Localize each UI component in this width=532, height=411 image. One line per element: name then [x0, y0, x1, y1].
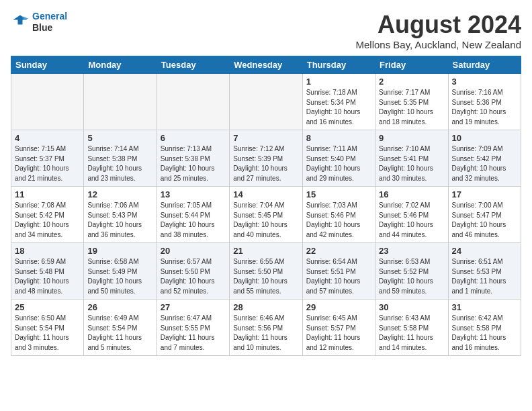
calendar-week-row: 4Sunrise: 7:15 AMSunset: 5:37 PMDaylight…: [11, 130, 521, 187]
calendar-day-cell: 14Sunrise: 7:04 AMSunset: 5:45 PMDayligh…: [230, 187, 302, 243]
day-number: 4: [15, 133, 80, 143]
day-info: Sunrise: 7:12 AMSunset: 5:39 PMDaylight:…: [233, 144, 298, 183]
logo-text: General Blue: [32, 11, 67, 34]
logo: General Blue: [11, 11, 67, 34]
calendar-week-row: 18Sunrise: 6:59 AMSunset: 5:48 PMDayligh…: [11, 243, 521, 300]
day-info: Sunrise: 7:18 AMSunset: 5:34 PMDaylight:…: [306, 88, 371, 127]
day-info: Sunrise: 6:57 AMSunset: 5:50 PMDaylight:…: [161, 257, 226, 296]
calendar-day-cell: 3Sunrise: 7:16 AMSunset: 5:36 PMDaylight…: [448, 74, 521, 130]
calendar-day-cell: 21Sunrise: 6:55 AMSunset: 5:50 PMDayligh…: [230, 243, 302, 300]
calendar-week-row: 1Sunrise: 7:18 AMSunset: 5:34 PMDaylight…: [11, 74, 521, 130]
day-number: 1: [306, 77, 371, 87]
day-number: 28: [233, 302, 298, 312]
weekday-header: Saturday: [448, 56, 521, 74]
day-info: Sunrise: 6:47 AMSunset: 5:55 PMDaylight:…: [161, 314, 226, 353]
location: Mellons Bay, Auckland, New Zealand: [355, 39, 521, 50]
day-info: Sunrise: 7:13 AMSunset: 5:38 PMDaylight:…: [161, 144, 226, 183]
weekday-header: Tuesday: [157, 56, 229, 74]
calendar-day-cell: 5Sunrise: 7:14 AMSunset: 5:38 PMDaylight…: [84, 130, 157, 187]
logo-icon: [11, 13, 30, 32]
calendar-day-cell: 13Sunrise: 7:05 AMSunset: 5:44 PMDayligh…: [157, 187, 229, 243]
weekday-header: Monday: [84, 56, 157, 74]
day-number: 20: [161, 246, 226, 256]
day-info: Sunrise: 6:49 AMSunset: 5:54 PMDaylight:…: [87, 314, 152, 353]
calendar-day-cell: 17Sunrise: 7:00 AMSunset: 5:47 PMDayligh…: [448, 187, 521, 243]
day-number: 18: [15, 246, 80, 256]
calendar-day-cell: 16Sunrise: 7:02 AMSunset: 5:46 PMDayligh…: [375, 187, 448, 243]
calendar-table: SundayMondayTuesdayWednesdayThursdayFrid…: [11, 56, 521, 356]
day-info: Sunrise: 7:00 AMSunset: 5:47 PMDaylight:…: [452, 201, 517, 240]
day-number: 21: [233, 246, 298, 256]
day-info: Sunrise: 7:03 AMSunset: 5:46 PMDaylight:…: [306, 201, 371, 240]
day-info: Sunrise: 6:55 AMSunset: 5:50 PMDaylight:…: [233, 257, 298, 296]
calendar-day-cell: 10Sunrise: 7:09 AMSunset: 5:42 PMDayligh…: [448, 130, 521, 187]
day-number: 22: [306, 246, 371, 256]
day-number: 29: [306, 302, 371, 312]
calendar-day-cell: 8Sunrise: 7:11 AMSunset: 5:40 PMDaylight…: [302, 130, 375, 187]
calendar-day-cell: 31Sunrise: 6:42 AMSunset: 5:58 PMDayligh…: [448, 300, 521, 356]
day-number: 2: [379, 77, 444, 87]
day-number: 12: [87, 189, 152, 199]
day-info: Sunrise: 6:43 AMSunset: 5:58 PMDaylight:…: [379, 314, 444, 353]
day-number: 3: [452, 77, 517, 87]
calendar-day-cell: [84, 74, 157, 130]
title-block: August 2024 Mellons Bay, Auckland, New Z…: [355, 11, 521, 50]
day-number: 27: [161, 302, 226, 312]
day-info: Sunrise: 7:11 AMSunset: 5:40 PMDaylight:…: [306, 144, 371, 183]
calendar-day-cell: 6Sunrise: 7:13 AMSunset: 5:38 PMDaylight…: [157, 130, 229, 187]
day-number: 8: [306, 133, 371, 143]
day-number: 23: [379, 246, 444, 256]
calendar-day-cell: 23Sunrise: 6:53 AMSunset: 5:52 PMDayligh…: [375, 243, 448, 300]
calendar-week-row: 11Sunrise: 7:08 AMSunset: 5:42 PMDayligh…: [11, 187, 521, 243]
calendar-day-cell: 4Sunrise: 7:15 AMSunset: 5:37 PMDaylight…: [11, 130, 84, 187]
day-info: Sunrise: 7:17 AMSunset: 5:35 PMDaylight:…: [379, 88, 444, 127]
day-number: 6: [161, 133, 226, 143]
day-number: 11: [15, 189, 80, 199]
day-info: Sunrise: 7:10 AMSunset: 5:41 PMDaylight:…: [379, 144, 444, 183]
weekday-header: Sunday: [11, 56, 84, 74]
svg-marker-0: [13, 15, 28, 24]
day-number: 19: [87, 246, 152, 256]
calendar-day-cell: 1Sunrise: 7:18 AMSunset: 5:34 PMDaylight…: [302, 74, 375, 130]
calendar-day-cell: [157, 74, 229, 130]
day-number: 10: [452, 133, 517, 143]
day-info: Sunrise: 7:04 AMSunset: 5:45 PMDaylight:…: [233, 201, 298, 240]
calendar-day-cell: 27Sunrise: 6:47 AMSunset: 5:55 PMDayligh…: [157, 300, 229, 356]
calendar-day-cell: 29Sunrise: 6:45 AMSunset: 5:57 PMDayligh…: [302, 300, 375, 356]
calendar-day-cell: 22Sunrise: 6:54 AMSunset: 5:51 PMDayligh…: [302, 243, 375, 300]
day-info: Sunrise: 7:08 AMSunset: 5:42 PMDaylight:…: [15, 201, 80, 240]
day-info: Sunrise: 6:51 AMSunset: 5:53 PMDaylight:…: [452, 257, 517, 296]
day-info: Sunrise: 7:14 AMSunset: 5:38 PMDaylight:…: [87, 144, 152, 183]
day-info: Sunrise: 6:42 AMSunset: 5:58 PMDaylight:…: [452, 314, 517, 353]
calendar-header-row: SundayMondayTuesdayWednesdayThursdayFrid…: [11, 56, 521, 74]
calendar-day-cell: 20Sunrise: 6:57 AMSunset: 5:50 PMDayligh…: [157, 243, 229, 300]
day-number: 25: [15, 302, 80, 312]
day-info: Sunrise: 7:06 AMSunset: 5:43 PMDaylight:…: [87, 201, 152, 240]
calendar-day-cell: [11, 74, 84, 130]
day-number: 15: [306, 189, 371, 199]
day-info: Sunrise: 6:45 AMSunset: 5:57 PMDaylight:…: [306, 314, 371, 353]
calendar-day-cell: [230, 74, 302, 130]
day-info: Sunrise: 6:50 AMSunset: 5:54 PMDaylight:…: [15, 314, 80, 353]
day-info: Sunrise: 6:53 AMSunset: 5:52 PMDaylight:…: [379, 257, 444, 296]
calendar-week-row: 25Sunrise: 6:50 AMSunset: 5:54 PMDayligh…: [11, 300, 521, 356]
day-number: 7: [233, 133, 298, 143]
day-number: 9: [379, 133, 444, 143]
calendar-day-cell: 7Sunrise: 7:12 AMSunset: 5:39 PMDaylight…: [230, 130, 302, 187]
calendar-day-cell: 25Sunrise: 6:50 AMSunset: 5:54 PMDayligh…: [11, 300, 84, 356]
day-info: Sunrise: 6:54 AMSunset: 5:51 PMDaylight:…: [306, 257, 371, 296]
day-info: Sunrise: 7:15 AMSunset: 5:37 PMDaylight:…: [15, 144, 80, 183]
calendar-day-cell: 28Sunrise: 6:46 AMSunset: 5:56 PMDayligh…: [230, 300, 302, 356]
day-number: 30: [379, 302, 444, 312]
calendar-day-cell: 2Sunrise: 7:17 AMSunset: 5:35 PMDaylight…: [375, 74, 448, 130]
day-number: 5: [87, 133, 152, 143]
calendar-day-cell: 15Sunrise: 7:03 AMSunset: 5:46 PMDayligh…: [302, 187, 375, 243]
day-info: Sunrise: 7:09 AMSunset: 5:42 PMDaylight:…: [452, 144, 517, 183]
month-title: August 2024: [355, 11, 521, 39]
day-info: Sunrise: 7:02 AMSunset: 5:46 PMDaylight:…: [379, 201, 444, 240]
day-number: 31: [452, 302, 517, 312]
calendar-day-cell: 11Sunrise: 7:08 AMSunset: 5:42 PMDayligh…: [11, 187, 84, 243]
calendar-day-cell: 30Sunrise: 6:43 AMSunset: 5:58 PMDayligh…: [375, 300, 448, 356]
day-info: Sunrise: 6:59 AMSunset: 5:48 PMDaylight:…: [15, 257, 80, 296]
day-number: 17: [452, 189, 517, 199]
